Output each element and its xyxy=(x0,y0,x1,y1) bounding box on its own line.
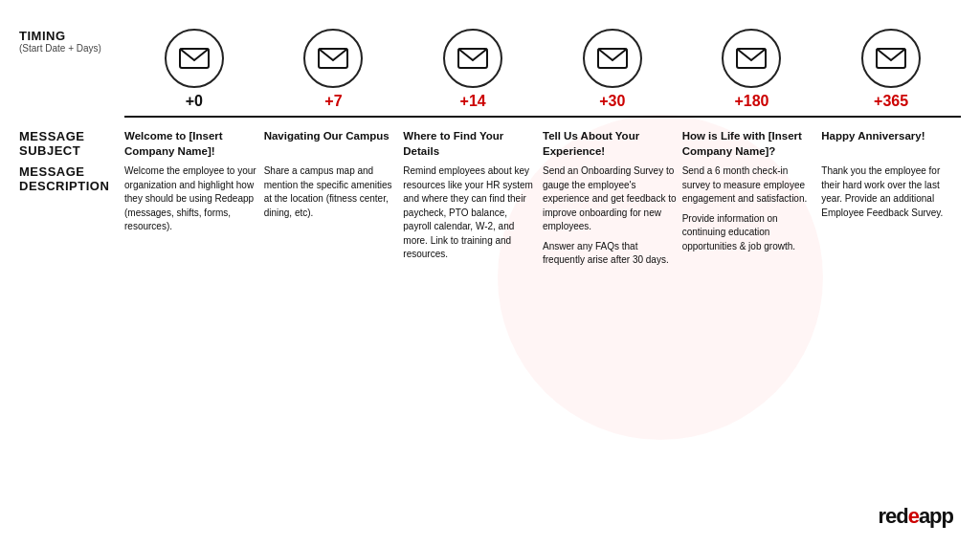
timing-cell-5: +365 xyxy=(821,29,961,116)
main-table: TIMING (Start Date + Days) +0 +7 xyxy=(19,29,961,273)
logo-text-red: red xyxy=(878,504,907,528)
timing-cell-0: +0 xyxy=(124,29,264,116)
timing-cell-3: +30 xyxy=(543,29,682,116)
subject-row: MESSAGE SUBJECT Welcome to [Insert Compa… xyxy=(19,121,961,159)
desc-label-block: MESSAGE DESCRIPTION xyxy=(19,164,124,193)
subject-cell-3: Tell Us About Your Experience! xyxy=(543,121,682,159)
desc-cell-0: Welcome the employee to your organizatio… xyxy=(124,159,264,273)
timing-label-block: TIMING (Start Date + Days) xyxy=(19,29,124,54)
desc-subtitle: DESCRIPTION xyxy=(19,179,117,193)
subject-title: MESSAGE xyxy=(19,129,117,143)
page-container: TIMING (Start Date + Days) +0 +7 xyxy=(0,0,980,546)
timing-row: TIMING (Start Date + Days) +0 +7 xyxy=(19,29,961,116)
redeapp-logo: redeapp xyxy=(878,504,953,529)
desc-cell-4: Send a 6 month check-in survey to measur… xyxy=(682,159,822,273)
desc-cell-3: Send an Onboarding Survey to gauge the e… xyxy=(543,159,682,273)
main-content: TIMING (Start Date + Days) +0 +7 xyxy=(19,29,961,273)
desc-row: MESSAGE DESCRIPTION Welcome the employee… xyxy=(19,159,961,273)
subject-cell-5: Happy Anniversary! xyxy=(821,121,961,159)
subject-label-cell: MESSAGE SUBJECT xyxy=(19,121,124,159)
subject-cell-2: Where to Find Your Details xyxy=(403,121,543,159)
timing-cell-4: +180 xyxy=(682,29,822,116)
timing-cell-1: +7 xyxy=(264,29,404,116)
desc-title: MESSAGE xyxy=(19,164,117,179)
desc-cell-2: Remind employees about key resources lik… xyxy=(403,159,543,273)
timing-subtitle: (Start Date + Days) xyxy=(19,43,117,54)
subject-cell-1: Navigating Our Campus xyxy=(264,121,404,159)
desc-cell-5: Thank you the employee for their hard wo… xyxy=(821,159,961,273)
subject-cell-0: Welcome to [Insert Company Name]! xyxy=(124,121,264,159)
desc-label-cell: MESSAGE DESCRIPTION xyxy=(19,159,124,273)
desc-cell-1: Share a campus map and mention the speci… xyxy=(264,159,404,273)
logo-e-red: e xyxy=(908,504,919,528)
timing-cell-2: +14 xyxy=(403,29,543,116)
subject-subtitle: SUBJECT xyxy=(19,143,117,158)
subject-label-block: MESSAGE SUBJECT xyxy=(19,129,124,158)
timing-label-cell: TIMING (Start Date + Days) xyxy=(19,29,124,116)
logo-text-app: app xyxy=(919,504,953,528)
subject-cell-4: How is Life with [Insert Company Name]? xyxy=(682,121,822,159)
timing-title: TIMING xyxy=(19,29,117,43)
